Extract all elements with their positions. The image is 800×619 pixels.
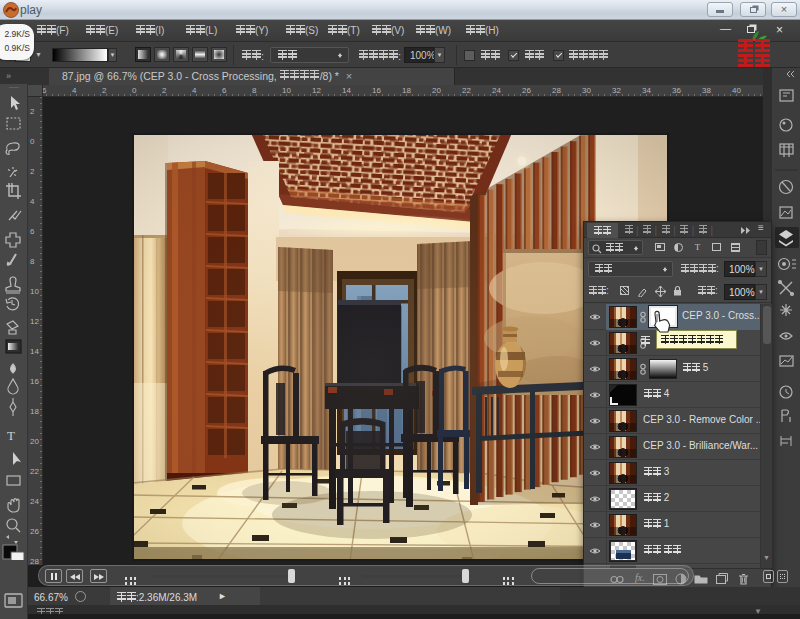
svg-text:T: T [7,428,15,443]
